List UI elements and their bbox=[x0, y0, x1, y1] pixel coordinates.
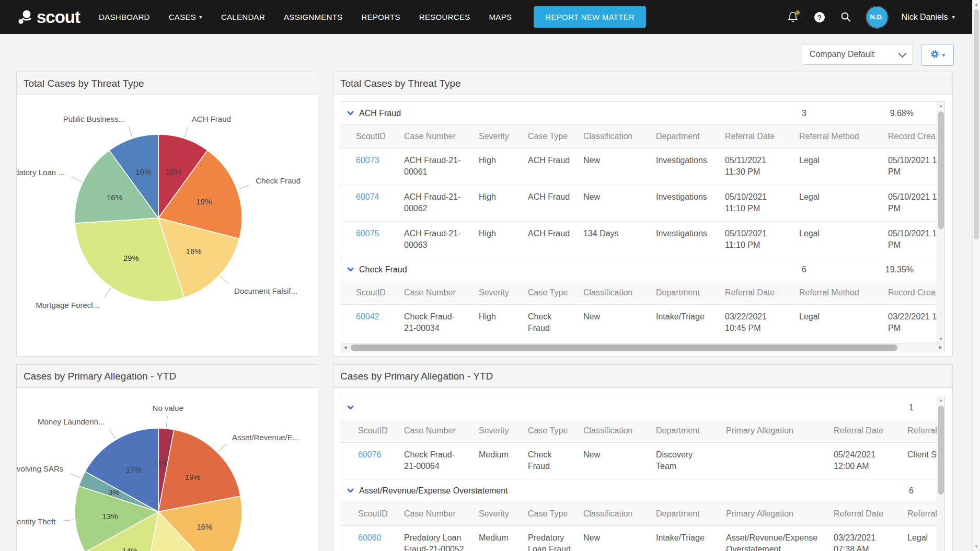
scroll-down-arrow[interactable]: ▼ bbox=[973, 543, 980, 550]
panel-title: Total Cases by Threat Type bbox=[17, 72, 318, 95]
nav-item-cases[interactable]: CASES▾ bbox=[169, 13, 202, 21]
nav-item-resources[interactable]: RESOURCES bbox=[419, 13, 470, 21]
table-cell: 05/11/2021 11:30 PM bbox=[725, 148, 799, 185]
pie-slice-label: No value bbox=[153, 404, 183, 412]
table-cell: New bbox=[583, 185, 656, 221]
table-cell: Legal bbox=[799, 305, 888, 341]
nav-item-calendar[interactable]: CALENDAR bbox=[221, 13, 265, 21]
nav-item-dashboard[interactable]: DASHBOARD bbox=[99, 13, 150, 21]
label-leader-line bbox=[166, 416, 167, 428]
column-header: Referral bbox=[907, 509, 937, 519]
vertical-scrollbar[interactable]: ▲ bbox=[937, 396, 944, 551]
caret-down-icon: ▾ bbox=[942, 52, 946, 59]
column-header: Referral bbox=[907, 426, 937, 435]
logo-text: scout bbox=[37, 7, 80, 27]
dashboard-settings-button[interactable]: ▾ bbox=[921, 44, 954, 66]
chevron-down-icon[interactable] bbox=[347, 487, 354, 495]
group-count: 3 bbox=[749, 102, 806, 125]
column-header: ScoutID bbox=[356, 132, 404, 141]
scout-logo[interactable]: scout bbox=[18, 7, 80, 27]
group-label: Check Fraud bbox=[359, 265, 407, 274]
avatar[interactable]: N.D. bbox=[867, 7, 887, 28]
scoutid-link[interactable]: 60042 bbox=[356, 305, 404, 341]
scroll-down-arrow[interactable]: ▼ bbox=[937, 335, 945, 343]
allegation-table: 1ScoutIDCase NumberSeverityCase TypeClas… bbox=[341, 396, 945, 551]
group-label: Asset/Revenue/Expense Overstatement bbox=[359, 486, 508, 496]
chevron-down-icon[interactable] bbox=[347, 109, 354, 117]
pie-percent-label: 13% bbox=[102, 512, 118, 521]
table-cell: New bbox=[583, 526, 656, 551]
scrollbar-thumb[interactable] bbox=[351, 345, 897, 351]
table-group-row[interactable]: Check Fraud619.35% bbox=[341, 258, 937, 281]
dashboard-grid: Total Cases by Threat Type 10%ACH Fraud1… bbox=[16, 72, 953, 551]
vertical-scrollbar[interactable]: ▲ ▼ bbox=[937, 102, 944, 343]
user-menu[interactable]: Nick Daniels ▾ bbox=[902, 13, 955, 22]
nav-item-maps[interactable]: MAPS bbox=[489, 13, 512, 21]
notification-dot bbox=[795, 10, 800, 15]
column-header: Case Number bbox=[404, 509, 479, 519]
pie-slice-label: Mortgage Forecl... bbox=[36, 301, 99, 309]
column-header: Case Number bbox=[404, 132, 479, 141]
row-pad bbox=[341, 526, 358, 551]
help-icon[interactable]: ? bbox=[813, 11, 826, 24]
scoutid-link[interactable]: 60060 bbox=[358, 526, 404, 551]
scroll-up-arrow[interactable]: ▲ bbox=[973, 1, 980, 8]
report-new-matter-button[interactable]: REPORT NEW MATTER bbox=[534, 6, 646, 28]
scrollbar-thumb[interactable] bbox=[974, 9, 979, 239]
table-rows: 1ScoutIDCase NumberSeverityCase TypeClas… bbox=[341, 396, 937, 551]
column-header: Record Crea bbox=[888, 132, 937, 141]
page-scrollbar[interactable]: ▲ ▼ bbox=[972, 0, 980, 551]
column-header: Department bbox=[656, 426, 726, 435]
column-header: ScoutID bbox=[358, 426, 404, 435]
table-group-row[interactable]: 1 bbox=[341, 396, 937, 419]
pie-slice-label: Identity Theft bbox=[17, 517, 56, 526]
table-cell: 05/10/2021 1 PM bbox=[888, 185, 937, 221]
scoutid-link[interactable]: 60074 bbox=[356, 185, 404, 221]
pie-slice-label: Check Fraud bbox=[256, 176, 301, 185]
column-header: Primary Allegation bbox=[726, 509, 834, 519]
column-header: Case Type bbox=[528, 426, 583, 435]
horizontal-scrollbar[interactable]: ◀ ▶ bbox=[341, 343, 944, 352]
scrollbar-thumb[interactable] bbox=[938, 111, 944, 229]
table-group-row[interactable]: Asset/Revenue/Expense Overstatement6 bbox=[341, 479, 937, 502]
scoutid-link[interactable]: 60075 bbox=[356, 222, 404, 258]
scroll-left-arrow[interactable]: ◀ bbox=[341, 343, 349, 352]
column-header: ScoutID bbox=[356, 288, 404, 297]
table-cell: Discovery Team bbox=[656, 443, 726, 479]
pie-percent-label: 14% bbox=[122, 546, 137, 551]
pie-slice-label: Asset/Revenue/E... bbox=[232, 433, 299, 442]
scroll-up-arrow[interactable]: ▲ bbox=[937, 102, 945, 110]
scroll-right-arrow[interactable]: ▶ bbox=[937, 343, 944, 352]
search-icon[interactable] bbox=[840, 11, 852, 24]
panel-title: Total Cases by Threat Type bbox=[333, 72, 952, 95]
bell-icon[interactable] bbox=[787, 11, 799, 24]
scroll-up-arrow[interactable]: ▲ bbox=[937, 396, 945, 404]
table-header-row: ScoutIDCase NumberSeverityCase TypeClass… bbox=[341, 281, 937, 305]
group-count: 6 bbox=[749, 258, 806, 281]
table-cell: High bbox=[479, 222, 528, 258]
gear-icon bbox=[930, 49, 940, 61]
group-percent: 6 bbox=[856, 479, 914, 502]
table-cell: Legal bbox=[799, 148, 888, 185]
table-cell: 05/10/2021 1 PM bbox=[888, 222, 937, 258]
column-header: Department bbox=[656, 132, 725, 141]
label-leader-line bbox=[129, 127, 132, 137]
table-cell bbox=[726, 443, 834, 479]
scoutid-link[interactable]: 60076 bbox=[358, 443, 404, 479]
table-cell: Client S bbox=[907, 443, 937, 479]
dashboard-select[interactable]: Company Default bbox=[802, 44, 913, 65]
nav-item-reports[interactable]: REPORTS bbox=[362, 13, 400, 21]
table-group-row[interactable]: ACH Fraud39.68% bbox=[341, 102, 937, 125]
pie-percent-label: 29% bbox=[123, 254, 139, 262]
chevron-down-icon bbox=[898, 49, 907, 58]
scrollbar-thumb[interactable] bbox=[938, 406, 944, 495]
table-cell: Investigations bbox=[656, 148, 725, 185]
label-leader-line bbox=[109, 429, 115, 439]
table-row: 60060Predatory Loan Fraud-21-00052Medium… bbox=[341, 526, 937, 551]
nav-menu: DASHBOARD CASES▾ CALENDAR ASSIGNMENTS RE… bbox=[99, 13, 512, 21]
scoutid-link[interactable]: 60073 bbox=[356, 148, 404, 185]
panel-allegation-chart: Cases by Primary Allegation - YTD 3%No v… bbox=[16, 364, 318, 551]
nav-item-assignments[interactable]: ASSIGNMENTS bbox=[284, 13, 342, 21]
chevron-down-icon[interactable] bbox=[347, 266, 354, 273]
chevron-down-icon[interactable] bbox=[347, 404, 354, 411]
